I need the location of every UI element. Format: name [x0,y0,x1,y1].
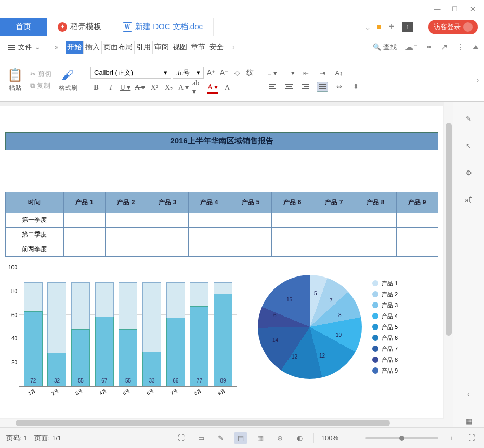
web-mode-icon[interactable]: ⊕ [274,432,286,444]
format-painter-label: 格式刷 [59,84,77,93]
scrollbar-thumb[interactable] [446,123,452,336]
login-button[interactable]: 访客登录 [428,20,478,34]
ribbon-tab-insert[interactable]: 插入 [84,41,102,54]
pie-chart: 56781012141512 [258,275,362,379]
paste-button[interactable]: 📋 粘贴 [5,68,25,93]
grid-icon[interactable]: ▦ [463,415,475,427]
zoom-in-button[interactable]: + [446,432,458,444]
align-center-button[interactable] [283,82,295,92]
align-right-button[interactable] [300,82,311,92]
copy-label: 复制 [37,81,50,90]
ribbon-tab-view[interactable]: 视图 [171,41,189,54]
subscript-button[interactable]: X₂ [163,82,175,94]
table-row: 前两季度 [6,242,438,257]
scissors-icon: ✂ [30,70,36,78]
text-direction-button[interactable]: A↕ [333,68,345,78]
ribbon-tab-layout[interactable]: 页面布局 [102,41,135,54]
scrollbar-thumb[interactable] [16,420,390,426]
copy-button[interactable]: ⧉复制 [30,81,51,90]
table-header: 产品 4 [188,192,230,213]
fullscreen-icon[interactable]: ⛶ [175,432,188,444]
strikethrough-button[interactable]: A ▾ [134,82,146,94]
ribbon-tab-review[interactable]: 审阅 [153,41,171,54]
minimize-button[interactable]: — [433,5,441,13]
ribbon-tab-reference[interactable]: 引用 [135,41,153,54]
cloud-icon[interactable]: ☁⁻ [405,42,417,52]
bar-chart: 20406080100721月322月553月674月555月336月667月7… [19,267,237,387]
cut-button[interactable]: ✂剪切 [30,70,51,79]
char-shading-button[interactable]: A [221,82,233,94]
line-spacing-button[interactable]: ⇕ [350,82,361,92]
hamburger-icon [8,45,15,50]
focus-mode-icon[interactable]: ◐ [294,432,306,444]
distribute-button[interactable]: ⇔ [333,82,345,92]
clear-format-button[interactable]: ◇ [231,67,243,78]
tab-home[interactable]: 首页 [0,18,47,36]
pencil-icon[interactable]: ✎ [463,112,475,125]
ribbon-tab-security[interactable]: 安全 [207,41,225,54]
ribbon-tab-chapter[interactable]: 章节 [189,41,207,54]
decrease-indent-button[interactable]: ⇤ [300,68,311,78]
table-header: 产品 6 [271,192,313,213]
file-menu[interactable]: 文件 ⌄ [5,41,44,54]
underline-button[interactable]: U ▾ [120,82,131,94]
text-effect-button[interactable]: A ▾ [178,82,189,94]
tab-templates[interactable]: ✦ 稻壳模板 [47,18,112,36]
phonetic-button[interactable]: 纹 [244,67,256,78]
tab-counter[interactable]: 1 [402,22,413,32]
font-family-select[interactable]: Calibri (正文)▾ [90,67,171,79]
fit-screen-icon[interactable]: ⛶ [465,432,478,444]
display-icon[interactable]: ⌵ [365,23,370,31]
settings-sliders-icon[interactable]: ⚙ [463,166,475,179]
font-size-select[interactable]: 五号▾ [173,67,204,79]
search-label: 查找 [383,43,397,52]
font-size-value: 五号 [176,68,190,77]
highlight-button[interactable]: ab ▾ [192,82,204,94]
zoom-knob[interactable] [399,436,404,441]
page-mode-icon[interactable]: ▤ [234,432,247,444]
collapse-ribbon-icon[interactable] [473,45,479,49]
number-list-button[interactable]: ≣ ▾ [283,68,295,78]
chevron-left-icon[interactable]: ‹ [463,388,475,400]
superscript-button[interactable]: X² [149,82,160,94]
font-color-button[interactable]: A ▾ [207,82,218,94]
bold-button[interactable]: B [90,82,102,94]
read-mode-icon[interactable]: ▭ [195,432,207,444]
zoom-out-button[interactable]: − [346,432,358,444]
overflow-right-icon[interactable]: › [228,43,239,51]
format-painter-button[interactable]: 🖌 格式刷 [57,68,80,93]
pointer-icon[interactable]: ↖ [463,139,475,152]
increase-indent-button[interactable]: ⇥ [317,68,328,78]
edit-mode-icon[interactable]: ✎ [215,432,227,444]
zoom-value: 100% [321,434,338,442]
status-bar: 页码: 1 页面: 1/1 ⛶ ▭ ✎ ▤ ▦ ⊕ ◐ 100% − + ⛶ [0,427,484,448]
window-titlebar: — ☐ ✕ [0,0,484,18]
search-button[interactable]: 🔍 查找 [373,43,397,52]
more-icon[interactable]: ⋮ [456,42,464,52]
document-page[interactable]: 2016上半年华南区域销售报告 GXI 网 时间产品 1产品 2产品 3产品 4… [0,106,443,418]
align-justify-button[interactable] [317,82,328,92]
share-icon[interactable]: ↗ [441,42,448,52]
outline-mode-icon[interactable]: ▦ [254,432,267,444]
maximize-button[interactable]: ☐ [451,5,459,13]
close-button[interactable]: ✕ [468,5,477,13]
ribbon-toolbar: 📋 粘贴 ✂剪切 ⧉复制 🖌 格式刷 Calibri (正文)▾ 五号▾ A⁺ … [0,58,484,102]
increase-font-button[interactable]: A⁺ [205,67,217,78]
ribbon-tabs: 开始 插入 页面布局 引用 审阅 视图 章节 安全 [66,41,225,54]
page-count: 页面: 1/1 [34,433,61,443]
tab-document[interactable]: W 新建 DOC 文档.doc [112,18,214,36]
table-header: 产品 3 [147,192,188,213]
ribbon-tab-start[interactable]: 开始 [66,41,84,54]
share-person-icon[interactable]: ⚭ [426,42,433,52]
zoom-slider[interactable] [365,437,438,439]
align-left-button[interactable] [267,82,278,92]
overflow-left-icon[interactable]: » [50,43,62,51]
bullet-list-button[interactable]: ≡ ▾ [267,68,278,78]
decrease-font-button[interactable]: A⁻ [218,67,230,78]
italic-button[interactable]: I [105,82,116,94]
vertical-scrollbar[interactable] [444,102,453,427]
horizontal-scrollbar[interactable] [0,419,444,427]
ribbon-overflow-icon[interactable]: › [477,76,479,84]
new-tab-button[interactable]: + [388,21,395,33]
translate-icon[interactable]: a₿ [463,193,475,206]
